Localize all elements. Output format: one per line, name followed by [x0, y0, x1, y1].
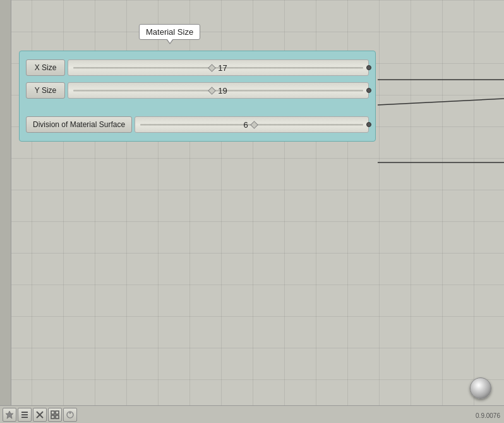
tooltip-text: Material Size	[146, 27, 193, 37]
y-size-diamond-icon	[208, 87, 216, 95]
x-size-value: 17	[218, 63, 227, 73]
y-size-row: Y Size 19	[26, 82, 369, 99]
x-size-slider[interactable]: 17	[68, 59, 369, 76]
y-size-value-area: 19	[68, 86, 368, 95]
division-label: Division of Material Surface	[26, 116, 132, 133]
svg-rect-9	[51, 411, 54, 414]
y-size-slider[interactable]: 19	[68, 82, 369, 99]
svg-rect-6	[21, 417, 28, 418]
toolbar-btn-4[interactable]	[63, 408, 77, 422]
svg-rect-11	[51, 415, 54, 419]
division-slider[interactable]: 6	[135, 116, 369, 133]
bottom-toolbar: 0.9.0076	[0, 405, 504, 423]
svg-rect-5	[21, 412, 28, 413]
navigation-ball[interactable]	[470, 377, 491, 399]
y-size-label: Y Size	[26, 82, 65, 99]
division-row: Division of Material Surface 6	[26, 116, 369, 133]
x-size-diamond-icon	[208, 64, 216, 72]
x-size-value-area: 17	[68, 63, 368, 73]
svg-marker-3	[6, 411, 13, 419]
division-value: 6	[243, 120, 248, 130]
division-value-area: 6	[135, 120, 368, 130]
material-size-tooltip: Material Size	[139, 24, 200, 40]
toolbar-btn-1[interactable]	[3, 408, 16, 422]
svg-line-1	[378, 99, 504, 105]
division-diamond-icon	[250, 121, 258, 129]
toolbar-btn-3[interactable]	[48, 408, 62, 422]
toolbar-btn-close[interactable]	[33, 408, 47, 422]
y-size-value: 19	[218, 86, 227, 95]
left-sidebar	[0, 0, 11, 423]
toolbar-btn-2[interactable]	[18, 408, 32, 422]
svg-rect-10	[56, 411, 59, 414]
svg-rect-12	[56, 415, 59, 419]
x-size-label: X Size	[26, 59, 65, 76]
node-panel: X Size 17 Y Size 19 Division of	[19, 51, 376, 142]
spacer	[26, 104, 369, 109]
svg-rect-4	[21, 414, 28, 415]
svg-point-14	[69, 412, 71, 414]
x-size-row: X Size 17	[26, 59, 369, 77]
version-text: 0.9.0076	[476, 412, 500, 419]
